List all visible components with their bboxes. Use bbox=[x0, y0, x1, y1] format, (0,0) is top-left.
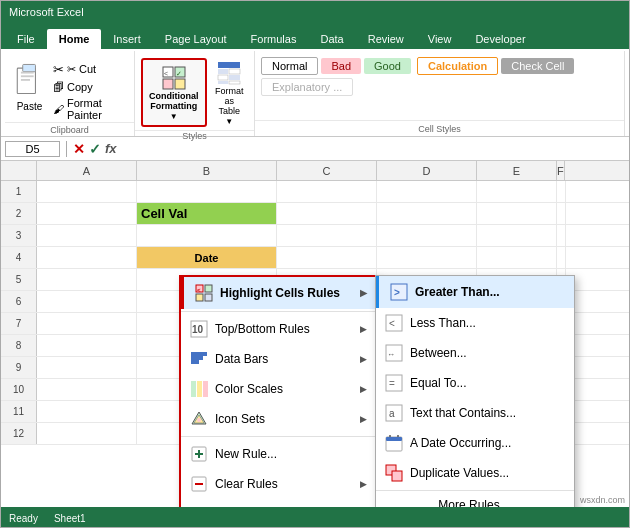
clear-rules-label: Clear Rules bbox=[215, 477, 278, 491]
cell-r2-cD[interactable] bbox=[377, 203, 477, 224]
cell-r3-cA[interactable] bbox=[37, 225, 137, 246]
cell-r3-cD[interactable] bbox=[377, 225, 477, 246]
cell-r1-cC[interactable] bbox=[277, 181, 377, 202]
cell-r3-cB[interactable] bbox=[137, 225, 277, 246]
svg-text:<: < bbox=[197, 287, 201, 293]
cell-r4-cF[interactable] bbox=[557, 247, 566, 268]
highlight-cells-rules-item[interactable]: < Highlight Cells Rules ▶ bbox=[181, 277, 377, 309]
cell-r2-cA[interactable] bbox=[37, 203, 137, 224]
cell-r2-cF[interactable] bbox=[557, 203, 566, 224]
formula-bar: ✕ ✓ fx bbox=[1, 137, 629, 161]
col-header-E[interactable]: E bbox=[477, 161, 557, 180]
duplicate-values-item[interactable]: Duplicate Values... bbox=[376, 458, 574, 488]
row-num-1: 1 bbox=[1, 181, 37, 202]
between-item[interactable]: ↔ Between... bbox=[376, 338, 574, 368]
ribbon-tab-developer[interactable]: Developer bbox=[463, 29, 537, 49]
col-header-A[interactable]: A bbox=[37, 161, 137, 180]
cell-r9-cA[interactable] bbox=[37, 357, 137, 378]
data-bars-item[interactable]: Data Bars ▶ bbox=[181, 344, 377, 374]
equal-to-label: Equal To... bbox=[410, 376, 466, 390]
col-header-B[interactable]: B bbox=[137, 161, 277, 180]
cell-r8-cA[interactable] bbox=[37, 335, 137, 356]
cell-ref-input[interactable] bbox=[5, 141, 60, 157]
cell-r4-cA[interactable] bbox=[37, 247, 137, 268]
calc-badge[interactable]: Calculation bbox=[417, 57, 498, 75]
cell-r4-cD[interactable] bbox=[377, 247, 477, 268]
chevron-cr-icon: ▶ bbox=[360, 479, 367, 489]
ribbon-tab-view[interactable]: View bbox=[416, 29, 464, 49]
cell-r1-cD[interactable] bbox=[377, 181, 477, 202]
color-scales-item[interactable]: Color Scales ▶ bbox=[181, 374, 377, 404]
svg-text:<: < bbox=[389, 318, 395, 329]
manage-rules-item[interactable]: Manage Rules... bbox=[181, 499, 377, 507]
format-as-table-button[interactable]: Format asTable ▼ bbox=[211, 55, 249, 130]
format-painter-button[interactable]: 🖌 Format Painter bbox=[50, 96, 128, 122]
conditional-formatting-button[interactable]: < ✓ ConditionalFormatting ▼ bbox=[141, 58, 207, 127]
cell-r1-cE[interactable] bbox=[477, 181, 557, 202]
cell-r3-cC[interactable] bbox=[277, 225, 377, 246]
new-rule-item[interactable]: New Rule... bbox=[181, 439, 377, 469]
equal-to-item[interactable]: = Equal To... bbox=[376, 368, 574, 398]
title-bar: Microsoft Excel bbox=[1, 1, 629, 23]
cell-r6-cA[interactable] bbox=[37, 291, 137, 312]
clear-rules-item[interactable]: Clear Rules ▶ bbox=[181, 469, 377, 499]
col-header-F[interactable]: F bbox=[557, 161, 565, 180]
more-rules-item[interactable]: More Rules... bbox=[376, 493, 574, 507]
cell-r4-cB[interactable]: Date bbox=[137, 247, 277, 268]
ribbon-tab-page layout[interactable]: Page Layout bbox=[153, 29, 239, 49]
cf-menu-sub: > Greater Than... < Less Than... bbox=[375, 275, 575, 507]
bad-badge[interactable]: Bad bbox=[321, 58, 361, 74]
less-than-item[interactable]: < Less Than... bbox=[376, 308, 574, 338]
col-header-C[interactable]: C bbox=[277, 161, 377, 180]
cancel-icon[interactable]: ✕ bbox=[73, 141, 85, 157]
cell-r4-cE[interactable] bbox=[477, 247, 557, 268]
cell-r10-cA[interactable] bbox=[37, 379, 137, 400]
date-occurring-item[interactable]: A Date Occurring... bbox=[376, 428, 574, 458]
cell-r1-cA[interactable] bbox=[37, 181, 137, 202]
normal-badge[interactable]: Normal bbox=[261, 57, 318, 75]
cell-r12-cA[interactable] bbox=[37, 423, 137, 444]
svg-rect-57 bbox=[392, 471, 402, 481]
cell-r7-cA[interactable] bbox=[37, 313, 137, 334]
paste-button[interactable]: Paste bbox=[11, 57, 48, 112]
row-num-10: 10 bbox=[1, 379, 37, 400]
cell-r3-cF[interactable] bbox=[557, 225, 566, 246]
expl-badge[interactable]: Explanatory ... bbox=[261, 78, 353, 96]
ribbon-tab-home[interactable]: Home bbox=[47, 29, 102, 49]
top-bottom-rules-item[interactable]: 10 Top/Bottom Rules ▶ bbox=[181, 314, 377, 344]
svg-rect-28 bbox=[191, 381, 196, 397]
svg-rect-15 bbox=[229, 75, 240, 80]
ribbon-tab-data[interactable]: Data bbox=[308, 29, 355, 49]
cell-r3-cE[interactable] bbox=[477, 225, 557, 246]
good-badge[interactable]: Good bbox=[364, 58, 411, 74]
new-rule-icon bbox=[189, 444, 209, 464]
function-icon[interactable]: fx bbox=[105, 141, 117, 157]
ribbon-tab-file[interactable]: File bbox=[5, 29, 47, 49]
chevron-tb-icon: ▶ bbox=[360, 324, 367, 334]
menu-divider-1 bbox=[181, 311, 377, 312]
status-sheet[interactable]: Sheet1 bbox=[54, 513, 86, 524]
data-bars-label: Data Bars bbox=[215, 352, 268, 366]
cell-r2-cC[interactable] bbox=[277, 203, 377, 224]
cut-button[interactable]: ✂ ✂ Cut bbox=[50, 61, 128, 78]
col-header-D[interactable]: D bbox=[377, 161, 477, 180]
copy-button[interactable]: 🗐 Copy bbox=[50, 80, 128, 94]
confirm-icon[interactable]: ✓ bbox=[89, 141, 101, 157]
ribbon-tab-insert[interactable]: Insert bbox=[101, 29, 153, 49]
formula-input[interactable] bbox=[121, 141, 625, 157]
text-contains-item[interactable]: a Text that Contains... bbox=[376, 398, 574, 428]
formula-divider bbox=[66, 141, 67, 157]
clipboard-group: Paste ✂ ✂ Cut 🗐 Copy 🖌 Format Painter Cl… bbox=[5, 51, 135, 136]
cell-r2-cB[interactable]: Cell Val bbox=[137, 203, 277, 224]
cell-r4-cC[interactable] bbox=[277, 247, 377, 268]
check-badge[interactable]: Check Cell bbox=[501, 58, 574, 74]
icon-sets-item[interactable]: Icon Sets ▶ bbox=[181, 404, 377, 434]
cell-r11-cA[interactable] bbox=[37, 401, 137, 422]
cell-r1-cF[interactable] bbox=[557, 181, 566, 202]
cell-r2-cE[interactable] bbox=[477, 203, 557, 224]
greater-than-item[interactable]: > Greater Than... bbox=[376, 276, 574, 308]
cell-r5-cA[interactable] bbox=[37, 269, 137, 290]
cell-r1-cB[interactable] bbox=[137, 181, 277, 202]
ribbon-tab-review[interactable]: Review bbox=[356, 29, 416, 49]
ribbon-tab-formulas[interactable]: Formulas bbox=[239, 29, 309, 49]
